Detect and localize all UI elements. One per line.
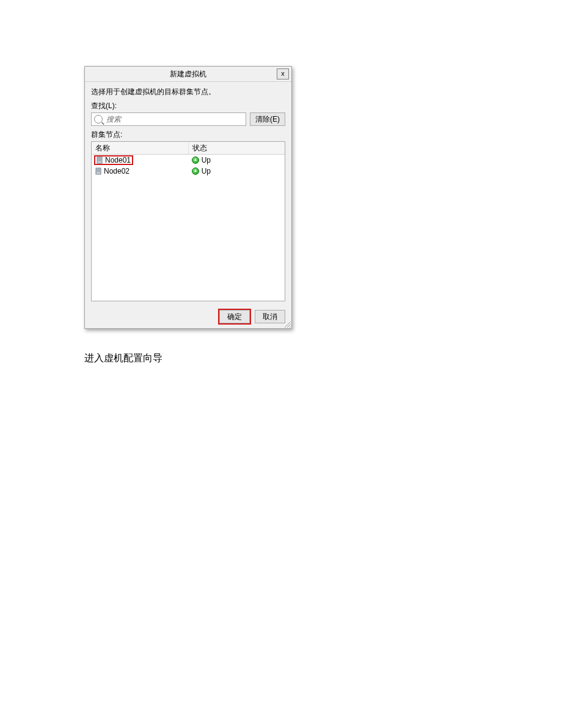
svg-rect-4 [96,168,101,174]
list-header: 名称 状态 [92,142,285,155]
search-row: 清除(E) [91,112,285,126]
search-input[interactable] [105,114,243,124]
cell-name: Node01 [92,155,188,165]
dialog-title: 新建虚拟机 [170,69,206,79]
dialog-buttons: 确定 取消 [85,305,291,328]
svg-rect-0 [97,157,102,163]
dialog-window: 新建虚拟机 x 选择用于创建虚拟机的目标群集节点。 查找(L): 清除(E) 群… [84,66,292,329]
cell-name: Node02 [92,167,188,175]
nodes-label: 群集节点: [91,130,285,140]
cell-status: Up [188,156,285,164]
status-text: Up [202,167,211,175]
svg-line-10 [290,326,291,328]
server-icon [97,156,103,164]
resize-grip-icon[interactable] [283,320,291,328]
list-body: Node01 Up Node02 [92,155,285,301]
search-box[interactable] [91,112,246,126]
cancel-button[interactable]: 取消 [255,310,285,323]
search-icon [94,115,103,123]
ok-button[interactable]: 确定 [219,310,250,323]
nodes-list: 名称 状态 Node01 [91,141,285,301]
dialog: 新建虚拟机 x 选择用于创建虚拟机的目标群集节点。 查找(L): 清除(E) 群… [84,66,292,329]
table-row[interactable]: Node01 Up [92,155,285,166]
clear-button[interactable]: 清除(E) [250,112,285,126]
instruction-text: 选择用于创建虚拟机的目标群集节点。 [91,87,285,97]
status-up-icon [192,167,199,175]
table-row[interactable]: Node02 Up [92,166,285,177]
col-header-status[interactable]: 状态 [189,142,285,154]
titlebar: 新建虚拟机 x [85,67,291,82]
dialog-body: 选择用于创建虚拟机的目标群集节点。 查找(L): 清除(E) 群集节点: 名称 … [85,82,291,305]
status-up-icon [192,156,199,164]
close-button[interactable]: x [277,68,289,79]
cell-status: Up [188,167,285,175]
page-caption: 进入虚机配置向导 [84,352,162,365]
server-icon [95,167,101,175]
highlight-box: Node01 [94,155,133,165]
node-name: Node01 [105,156,131,164]
col-header-name[interactable]: 名称 [92,142,189,154]
node-name: Node02 [104,167,130,175]
status-text: Up [202,156,211,164]
search-label: 查找(L): [91,101,285,111]
